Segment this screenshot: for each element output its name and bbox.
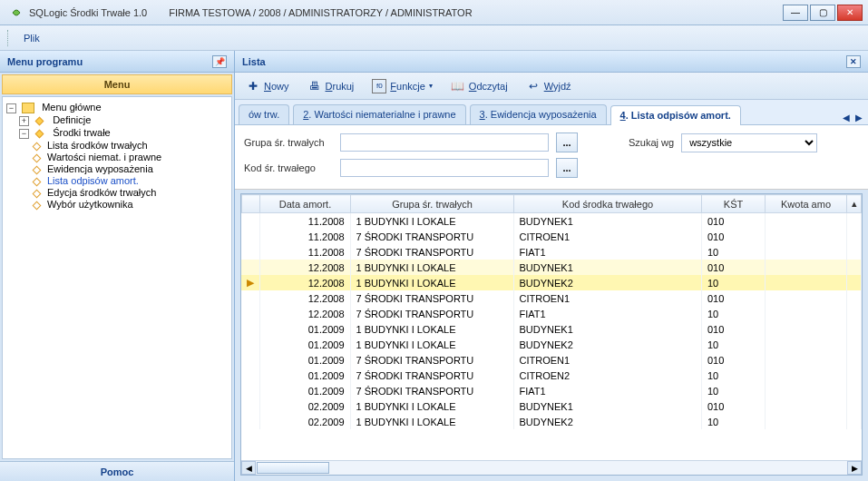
table-row[interactable]: 02.20091 BUDYNKI I LOKALEBUDYNEK210 — [241, 414, 862, 429]
tree-root[interactable]: Menu główne — [40, 101, 102, 113]
cell-grupa: 1 BUDYNKI I LOKALE — [350, 275, 513, 290]
row-indicator — [241, 368, 259, 383]
filter-bar: Grupa śr. trwałych ... Szukaj wg wszystk… — [235, 125, 868, 190]
expand-toggle[interactable]: − — [19, 129, 29, 139]
tree-wartosci-niemat[interactable]: Wartości niemat. i prawne — [45, 151, 163, 163]
table-row[interactable]: 11.20087 ŚRODKI TRANSPORTUCITROEN1010 — [241, 229, 862, 244]
nav-tree: − Menu główne + Definicje − Środki trwał… — [2, 96, 232, 459]
table-row[interactable]: 01.20097 ŚRODKI TRANSPORTUCITROEN210 — [241, 368, 862, 383]
tool-wyjdz[interactable]: ↩Wyjdź — [522, 77, 575, 95]
table-row[interactable]: 01.20091 BUDYNKI I LOKALEBUDYNEK1010 — [241, 321, 862, 337]
tab-wartosci-niematerialne[interactable]: 2. Wartości niematerialne i prawne — [293, 104, 465, 124]
cell-kst: 010 — [702, 260, 766, 275]
diamond-icon — [35, 129, 44, 138]
tool-drukuj[interactable]: 🖶Drukuj — [304, 77, 358, 95]
table-row[interactable]: 11.20087 ŚRODKI TRANSPORTUFIAT110 — [241, 244, 862, 260]
table-row[interactable]: 12.20087 ŚRODKI TRANSPORTUCITROEN1010 — [241, 290, 862, 306]
table-row[interactable]: 01.20091 BUDYNKI I LOKALEBUDYNEK210 — [241, 337, 862, 352]
col-kod[interactable]: Kod środka trwałego — [514, 195, 702, 213]
lookup-kod-button[interactable]: ... — [556, 158, 578, 178]
row-indicator — [241, 244, 259, 260]
function-icon: f0 — [372, 79, 386, 93]
cell-grupa: 7 ŚRODKI TRANSPORTU — [350, 383, 513, 398]
panel-close-button[interactable]: ✕ — [846, 55, 861, 68]
tab-scroll-left[interactable]: ◀ — [841, 111, 852, 124]
input-grupa[interactable] — [340, 133, 549, 152]
maximize-button[interactable]: ▢ — [810, 5, 835, 21]
cell-data: 12.2008 — [259, 275, 350, 290]
pin-icon[interactable]: 📌 — [212, 55, 227, 68]
tree-edycja-srodkow[interactable]: Edycja środków trwałych — [45, 186, 158, 199]
horizontal-scrollbar[interactable]: ◀ ▶ — [241, 460, 862, 475]
cell-grupa: 1 BUDYNKI I LOKALE — [350, 414, 513, 429]
grid-body[interactable]: 11.20081 BUDYNKI I LOKALEBUDYNEK101011.2… — [241, 213, 862, 460]
cell-kod: FIAT1 — [513, 306, 702, 321]
lookup-grupa-button[interactable]: ... — [556, 133, 578, 152]
cell-kod: FIAT1 — [513, 383, 702, 398]
scroll-thumb[interactable] — [257, 462, 329, 474]
tree-lista-srodkow[interactable]: Lista środków trwałych — [45, 139, 150, 152]
bottom-help-bar[interactable]: Pomoc — [0, 461, 234, 481]
cell-kod: CITROEN1 — [513, 290, 702, 306]
tab-fragment-1[interactable]: ów trw. — [239, 104, 289, 124]
table-row[interactable]: 12.20081 BUDYNKI I LOKALEBUDYNEK1010 — [241, 260, 862, 275]
cell-kod: BUDYNEK1 — [513, 398, 702, 414]
cell-kst: 10 — [702, 306, 766, 321]
table-row[interactable]: 11.20081 BUDYNKI I LOKALEBUDYNEK1010 — [241, 213, 862, 229]
scroll-right-icon[interactable]: ▶ — [847, 461, 862, 475]
col-kwota[interactable]: Kwota amo — [766, 195, 847, 213]
cell-grupa: 7 ŚRODKI TRANSPORTU — [350, 229, 513, 244]
window-close-button[interactable]: ✕ — [837, 5, 863, 21]
cell-data: 02.2009 — [259, 398, 350, 414]
cell-data: 12.2008 — [259, 306, 350, 321]
menu-plik[interactable]: Plik — [16, 30, 47, 46]
tool-funkcje[interactable]: f0Funkcje ▾ — [368, 77, 436, 95]
cell-kst: 010 — [702, 290, 766, 306]
tool-odczytaj[interactable]: 📖Odczytaj — [447, 77, 512, 95]
table-row[interactable]: 01.20097 ŚRODKI TRANSPORTUFIAT110 — [241, 383, 862, 398]
folder-icon — [22, 103, 34, 113]
table-row[interactable]: ▶12.20081 BUDYNKI I LOKALEBUDYNEK210 — [241, 275, 862, 290]
cell-kod: FIAT1 — [513, 244, 702, 260]
col-data-amort[interactable]: Data amort. — [260, 195, 351, 213]
tab-lista-odpisow[interactable]: 4. Lista odpisów amort. — [610, 105, 741, 125]
tree-lista-odpisow[interactable]: Lista odpisów amort. — [45, 174, 141, 187]
cell-kod: BUDYNEK1 — [513, 321, 702, 337]
cell-kwota — [766, 321, 847, 337]
expand-toggle[interactable]: + — [19, 116, 29, 126]
cell-grupa: 7 ŚRODKI TRANSPORTU — [350, 352, 513, 368]
tree-srodki-trwale[interactable]: Środki trwałe — [51, 126, 112, 139]
cell-data: 01.2009 — [259, 337, 350, 352]
input-kod[interactable] — [340, 159, 549, 177]
diamond-icon — [33, 142, 42, 151]
cell-data: 12.2008 — [259, 260, 350, 275]
row-indicator — [241, 213, 259, 229]
cell-kwota — [766, 414, 847, 429]
col-marker[interactable] — [242, 195, 260, 213]
tab-ewidencja-wyposazenia[interactable]: 3. Ewidencja wyposażenia — [470, 104, 607, 124]
expand-toggle[interactable]: − — [6, 103, 16, 113]
tab-scroll-right[interactable]: ▶ — [853, 111, 864, 124]
row-indicator — [241, 229, 259, 244]
row-indicator — [241, 414, 259, 429]
cell-kod: BUDYNEK2 — [513, 414, 702, 429]
tree-definicje[interactable]: Definicje — [51, 113, 93, 126]
col-grupa[interactable]: Grupa śr. trwałych — [351, 195, 514, 213]
row-indicator: ▶ — [241, 275, 259, 290]
cell-kwota — [766, 337, 847, 352]
menu-subheader[interactable]: Menu — [2, 74, 232, 94]
table-row[interactable]: 01.20097 ŚRODKI TRANSPORTUCITROEN1010 — [241, 352, 862, 368]
tree-wybor-uzytkownika[interactable]: Wybór użytkownika — [45, 198, 135, 211]
tool-nowy[interactable]: ✚Nowy — [242, 77, 293, 95]
right-panel-title: Lista — [242, 56, 266, 67]
tree-ewidencja[interactable]: Ewidencja wyposażenia — [45, 162, 155, 175]
scroll-left-icon[interactable]: ◀ — [241, 461, 256, 475]
col-kst[interactable]: KŚT — [702, 195, 766, 213]
cell-data: 12.2008 — [259, 290, 350, 306]
minimize-button[interactable]: — — [783, 5, 808, 21]
cell-kst: 010 — [702, 321, 766, 337]
table-row[interactable]: 02.20091 BUDYNKI I LOKALEBUDYNEK1010 — [241, 398, 862, 414]
table-row[interactable]: 12.20087 ŚRODKI TRANSPORTUFIAT110 — [241, 306, 862, 321]
select-szukaj[interactable]: wszystkie — [681, 133, 817, 152]
cell-kod: BUDYNEK2 — [513, 337, 702, 352]
